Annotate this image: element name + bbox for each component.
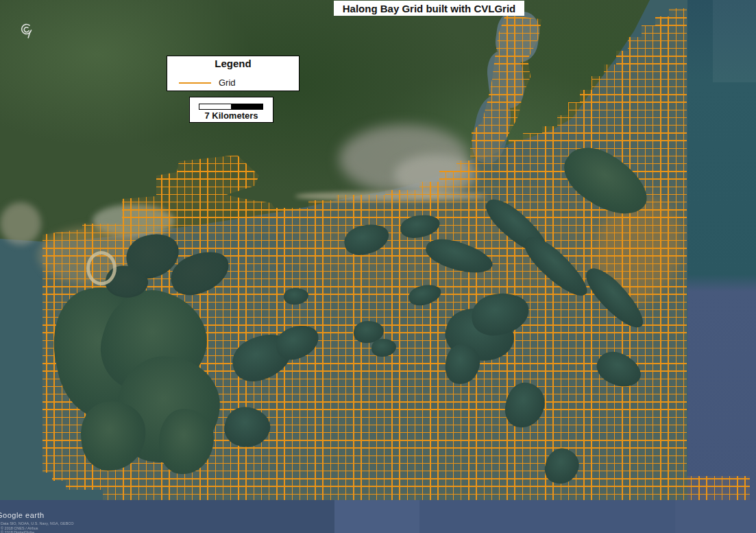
- google-earth-logo: Google earth: [0, 511, 74, 519]
- scale-bar-segment-black: [231, 104, 263, 109]
- map-canvas: Halong Bay Grid built with CVLGrid Legen…: [0, 0, 756, 533]
- scale-bar-label: 7 Kilometers: [190, 110, 273, 121]
- legend: Legend Grid: [167, 56, 300, 91]
- north-arrow-icon: [20, 23, 34, 39]
- map-title: Halong Bay Grid built with CVLGrid: [343, 3, 516, 14]
- open-water-bottom: [0, 500, 756, 533]
- legend-item-grid: Grid: [219, 78, 236, 88]
- map-title-bar: Halong Bay Grid built with CVLGrid: [334, 1, 524, 16]
- grid-line-symbol: [179, 82, 211, 84]
- urban-area: [0, 202, 41, 245]
- scale-bar: 7 Kilometers: [189, 97, 273, 123]
- marina-island: [86, 251, 117, 285]
- legend-title: Legend: [167, 58, 299, 69]
- scale-bar-graphic: [199, 104, 263, 110]
- attribution-line: Data SIO, NOAA, U.S. Navy, NGA, GEBCO: [1, 521, 74, 526]
- scale-bar-segment-white: [199, 104, 231, 109]
- imagery-attribution: Google earth Data SIO, NOAA, U.S. Navy, …: [0, 511, 74, 533]
- imagery-seam: [713, 0, 756, 82]
- attribution-line: © 2018 DigitalGlobe: [1, 530, 74, 533]
